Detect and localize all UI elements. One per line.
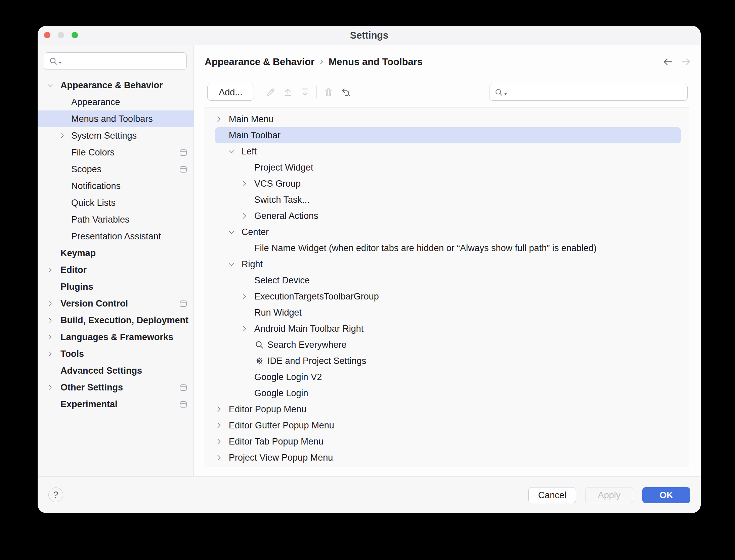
- tree-row[interactable]: File Name Widget (when editor tabs are h…: [205, 240, 689, 256]
- chevron-right-icon[interactable]: [46, 300, 54, 307]
- tree-row[interactable]: IDE and Project Settings: [205, 353, 689, 369]
- cancel-button[interactable]: Cancel: [528, 487, 576, 503]
- sidebar-item[interactable]: Menus and Toolbars: [38, 110, 193, 127]
- tree-row[interactable]: General Actions: [205, 208, 689, 224]
- tree-row[interactable]: Google Login V2: [205, 369, 689, 385]
- search-options-caret-icon[interactable]: [59, 62, 61, 64]
- sidebar-item[interactable]: Other Settings: [38, 379, 193, 396]
- content: Appearance & BehaviorAppearanceMenus and…: [38, 45, 701, 476]
- toolbar-search[interactable]: [489, 84, 688, 101]
- search-icon: [49, 56, 58, 66]
- chevron-right-icon[interactable]: [46, 266, 54, 274]
- chevron-right-icon[interactable]: [58, 132, 66, 139]
- settings-window: Settings Appearance & BehaviorAppearance…: [38, 26, 701, 513]
- tree-row[interactable]: ExecutionTargetsToolbarGroup: [205, 288, 689, 305]
- forward-arrow-icon: [680, 56, 692, 68]
- tree-row-label: Main Toolbar: [229, 130, 280, 141]
- sidebar-item[interactable]: Version Control: [38, 295, 193, 312]
- tree-row-label: Editor Tab Popup Menu: [229, 436, 323, 447]
- sidebar-item[interactable]: Notifications: [38, 178, 193, 194]
- sidebar-item[interactable]: Quick Lists: [38, 194, 193, 211]
- window-pane-icon: [179, 165, 188, 174]
- chevron-down-icon[interactable]: [226, 260, 236, 269]
- sidebar-search-input[interactable]: [61, 56, 186, 66]
- toolbar-separator: [316, 86, 317, 98]
- sidebar-item[interactable]: Editor: [38, 262, 193, 278]
- tree-row[interactable]: Main Menu: [205, 111, 689, 127]
- sidebar-item[interactable]: Appearance & Behavior: [38, 77, 193, 94]
- traffic-lights: [44, 32, 78, 38]
- chevron-right-icon[interactable]: [214, 421, 224, 430]
- tree-row[interactable]: Project View Popup Menu: [205, 450, 689, 466]
- help-button[interactable]: ?: [48, 487, 63, 502]
- sidebar-item[interactable]: Appearance: [38, 94, 193, 110]
- breadcrumb-parent[interactable]: Appearance & Behavior: [205, 56, 314, 67]
- remove-icon: [323, 87, 334, 98]
- chevron-right-icon[interactable]: [214, 405, 224, 414]
- revert-icon[interactable]: [340, 87, 351, 98]
- chevron-right-icon[interactable]: [239, 179, 249, 188]
- sidebar-item-label: File Colors: [71, 147, 115, 158]
- tree-row[interactable]: Center: [205, 224, 689, 240]
- search-options-caret-icon[interactable]: [504, 93, 507, 95]
- tree-row[interactable]: Google Login: [205, 385, 689, 401]
- tree-row[interactable]: Main Toolbar: [205, 127, 689, 143]
- sidebar-item[interactable]: Keymap: [38, 245, 193, 262]
- chevron-right-icon[interactable]: [214, 453, 224, 462]
- sidebar-item[interactable]: Advanced Settings: [38, 362, 193, 379]
- chevron-right-icon[interactable]: [239, 212, 249, 220]
- chevron-right-icon[interactable]: [239, 324, 249, 333]
- sidebar-item-label: Appearance: [71, 97, 120, 107]
- chevron-down-icon[interactable]: [214, 131, 224, 140]
- tree-row-label: VCS Group: [254, 179, 301, 189]
- window-pane-icon: [179, 383, 188, 392]
- tree-row[interactable]: Android Main Toolbar Right: [205, 321, 689, 337]
- sidebar-item[interactable]: Presentation Assistant: [38, 228, 193, 245]
- tree-row-label: Google Login V2: [254, 372, 322, 382]
- chevron-right-icon[interactable]: [239, 292, 249, 301]
- chevron-right-icon[interactable]: [46, 317, 54, 324]
- sidebar-item[interactable]: File Colors: [38, 144, 193, 161]
- sidebar-item-label: Advanced Settings: [60, 366, 142, 376]
- tree-row[interactable]: Search Everywhere: [205, 337, 689, 353]
- breadcrumb-separator-icon: ›: [320, 55, 323, 68]
- sidebar-item[interactable]: Plugins: [38, 278, 193, 295]
- tree-row[interactable]: Project Widget: [205, 159, 689, 176]
- chevron-right-icon[interactable]: [46, 384, 54, 391]
- tree-row[interactable]: VCS Group: [205, 176, 689, 192]
- sidebar-item[interactable]: Tools: [38, 345, 193, 362]
- chevron-right-icon[interactable]: [46, 333, 54, 341]
- sidebar-search[interactable]: [44, 52, 187, 70]
- ok-button[interactable]: OK: [642, 487, 690, 503]
- close-button[interactable]: [44, 32, 50, 38]
- chevron-right-icon[interactable]: [46, 350, 54, 358]
- chevron-right-icon[interactable]: [214, 437, 224, 446]
- tree-row-label: Main Menu: [229, 114, 274, 125]
- tree-row[interactable]: Run Widget: [205, 305, 689, 321]
- zoom-button[interactable]: [72, 32, 78, 38]
- sidebar-item[interactable]: Build, Execution, Deployment: [38, 312, 193, 329]
- chevron-down-icon[interactable]: [226, 147, 236, 156]
- sidebar-item[interactable]: Scopes: [38, 161, 193, 178]
- toolbar-icon-strip: [265, 86, 351, 98]
- sidebar-item[interactable]: Experimental: [38, 396, 193, 413]
- tree-row-label: Android Main Toolbar Right: [254, 324, 363, 334]
- tree-row[interactable]: Select Device: [205, 272, 689, 288]
- back-arrow-icon[interactable]: [662, 56, 674, 68]
- add-button[interactable]: Add...: [207, 84, 254, 101]
- tree-row[interactable]: Switch Task...: [205, 192, 689, 208]
- sidebar-item[interactable]: Languages & Frameworks: [38, 329, 193, 345]
- move-up-icon: [282, 87, 294, 98]
- tree-row[interactable]: Right: [205, 256, 689, 272]
- tree-row[interactable]: Editor Tab Popup Menu: [205, 433, 689, 450]
- history-nav: [662, 56, 692, 68]
- sidebar-item[interactable]: System Settings: [38, 127, 193, 144]
- toolbar-search-input[interactable]: [507, 87, 687, 98]
- tree-row[interactable]: Editor Gutter Popup Menu: [205, 417, 689, 433]
- chevron-right-icon[interactable]: [214, 115, 224, 124]
- tree-row[interactable]: Left: [205, 143, 689, 159]
- chevron-down-icon[interactable]: [226, 228, 236, 236]
- sidebar-item[interactable]: Path Variables: [38, 211, 193, 228]
- tree-row[interactable]: Editor Popup Menu: [205, 401, 689, 417]
- chevron-down-icon[interactable]: [46, 82, 54, 89]
